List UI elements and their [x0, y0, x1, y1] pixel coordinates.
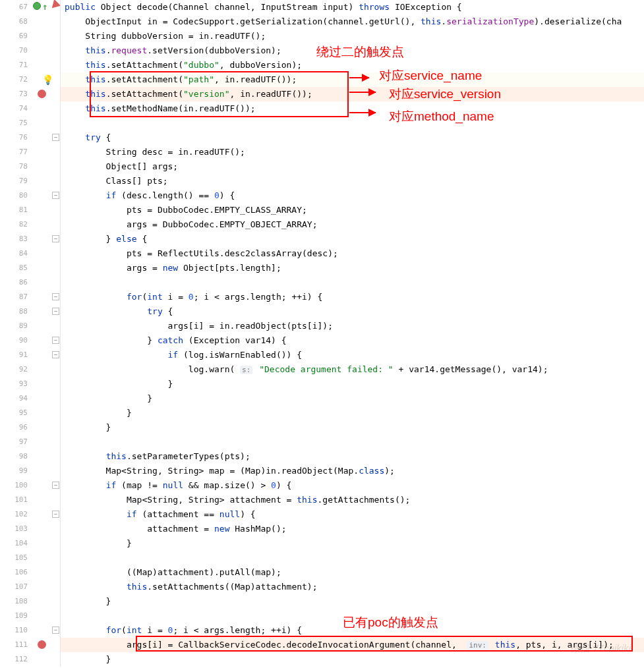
code-line[interactable]: } [61, 406, 644, 420]
fold-toggle-icon[interactable]: − [52, 293, 59, 300]
line-number: 75 [0, 116, 28, 130]
line-number: 109 [0, 609, 28, 623]
code-line[interactable]: args = DubboCodec.EMPTY_OBJECT_ARRAY; [61, 217, 644, 232]
code-line[interactable]: this.setAttachment("version", in.readUTF… [61, 87, 644, 101]
code-line[interactable]: if (desc.length() == 0) { [61, 188, 644, 203]
code-line[interactable]: this.setParameterTypes(pts); [61, 449, 644, 464]
fold-toggle-icon[interactable]: − [52, 337, 59, 344]
line-number: 83 [0, 232, 28, 246]
code-line[interactable]: ObjectInput in = CodecSupport.getSeriali… [61, 14, 644, 29]
code-line[interactable]: Map<String, String> map = (Map)in.readOb… [61, 464, 644, 478]
annotation-arrow [349, 112, 376, 113]
code-line[interactable]: for(int i = 0; i < args.length; ++i) { [61, 290, 644, 304]
fold-toggle-icon[interactable]: − [52, 192, 59, 199]
line-number: 108 [0, 594, 28, 609]
fold-toggle-icon[interactable]: − [52, 482, 59, 489]
code-line[interactable]: } [61, 420, 644, 435]
fold-toggle-icon[interactable]: − [52, 511, 59, 518]
line-number: 82 [0, 217, 28, 232]
line-number: 106 [0, 565, 28, 580]
code-area[interactable]: public Object decode(Channel channel, In… [61, 0, 644, 667]
code-line[interactable]: try { [61, 304, 644, 319]
code-line[interactable]: } [61, 377, 644, 391]
code-line[interactable]: pts = ReflectUtils.desc2classArray(desc)… [61, 246, 644, 261]
line-number: 94 [0, 391, 28, 406]
line-number: 78 [0, 159, 28, 174]
line-number-gutter: 6768697071727374757677787980818283848586… [0, 0, 33, 667]
line-number: 93 [0, 377, 28, 391]
line-number: 90 [0, 333, 28, 348]
code-line[interactable]: try { [61, 130, 644, 145]
line-number: 92 [0, 362, 28, 377]
line-number: 96 [0, 420, 28, 435]
code-line[interactable]: if (map != null && map.size() > 0) { [61, 478, 644, 493]
line-number: 77 [0, 145, 28, 159]
line-number: 68 [0, 14, 28, 29]
code-line[interactable]: Map<String, String> attachment = this.ge… [61, 493, 644, 507]
code-line[interactable]: if (log.isWarnEnabled()) { [61, 348, 644, 362]
fold-toggle-icon[interactable]: − [52, 308, 59, 315]
line-number: 86 [0, 275, 28, 290]
line-number: 89 [0, 319, 28, 333]
line-number: 110 [0, 623, 28, 638]
code-line[interactable]: String desc = in.readUTF(); [61, 145, 644, 159]
line-number: 85 [0, 261, 28, 275]
code-line[interactable]: } [61, 652, 644, 667]
line-number: 70 [0, 43, 28, 58]
code-line[interactable]: String dubboVersion = in.readUTF(); [61, 29, 644, 43]
annotation-label-service-name: 对应service_name [379, 67, 482, 84]
annotation-label-poc: 已有poc的触发点 [343, 614, 438, 631]
fold-toggle-icon[interactable]: − [52, 626, 59, 634]
code-line[interactable]: args = new Object[pts.length]; [61, 261, 644, 275]
code-line[interactable] [61, 275, 644, 290]
line-number: 73 [0, 87, 28, 101]
line-number: 104 [0, 536, 28, 551]
fold-toggle-icon[interactable]: − [52, 351, 59, 358]
code-line[interactable]: } catch (Exception var14) { [61, 333, 644, 348]
line-number: 74 [0, 101, 28, 116]
line-number: 71 [0, 58, 28, 72]
code-line[interactable]: } [61, 536, 644, 551]
code-line[interactable]: this.setAttachments((Map)attachment); [61, 580, 644, 594]
code-editor[interactable]: 6768697071727374757677787980818283848586… [0, 0, 644, 667]
code-line[interactable]: this.setMethodName(in.readUTF()); [61, 101, 644, 116]
code-line[interactable]: public Object decode(Channel channel, In… [61, 0, 644, 14]
line-number: 69 [0, 29, 28, 43]
fold-toggle-icon[interactable]: − [52, 134, 59, 141]
line-number: 98 [0, 449, 28, 464]
breakpoint-icon[interactable] [38, 640, 46, 649]
fold-toggle-icon[interactable]: − [52, 235, 59, 242]
code-line[interactable]: Class[] pts; [61, 174, 644, 188]
line-number: 67 [0, 0, 28, 14]
line-number: 102 [0, 507, 28, 522]
code-line[interactable]: } [61, 391, 644, 406]
code-line[interactable] [61, 116, 644, 130]
code-line[interactable]: log.warn( s: "Decode argument failed: " … [61, 362, 644, 377]
line-number: 112 [0, 652, 28, 667]
line-number: 97 [0, 435, 28, 449]
code-line[interactable]: this.setAttachment("path", in.readUTF())… [61, 72, 644, 87]
line-number: 103 [0, 522, 28, 536]
code-line[interactable]: pts = DubboCodec.EMPTY_CLASS_ARRAY; [61, 203, 644, 217]
code-line[interactable] [61, 435, 644, 449]
line-number: 95 [0, 406, 28, 420]
code-line[interactable]: if (attachment == null) { [61, 507, 644, 522]
code-line[interactable]: attachment = new HashMap(); [61, 522, 644, 536]
code-line[interactable] [61, 551, 644, 565]
line-number: 107 [0, 580, 28, 594]
code-line[interactable]: args[i] = CallbackServiceCodec.decodeInv… [61, 638, 644, 652]
code-line[interactable]: } else { [61, 232, 644, 246]
fold-gutter: −−−−−−−−−− [51, 0, 61, 667]
breakpoint-icon[interactable] [38, 90, 46, 98]
line-number: 76 [0, 130, 28, 145]
code-line[interactable]: Object[] args; [61, 159, 644, 174]
code-line[interactable]: } [61, 594, 644, 609]
line-number: 79 [0, 174, 28, 188]
override-indicator-icon[interactable] [33, 2, 41, 10]
code-line[interactable]: args[i] = in.readObject(pts[i]); [61, 319, 644, 333]
line-number: 105 [0, 551, 28, 565]
code-line[interactable]: ((Map)attachment).putAll(map); [61, 565, 644, 580]
line-number: 99 [0, 464, 28, 478]
line-number: 88 [0, 304, 28, 319]
annotation-label-bypass: 绕过二的触发点 [316, 43, 404, 61]
